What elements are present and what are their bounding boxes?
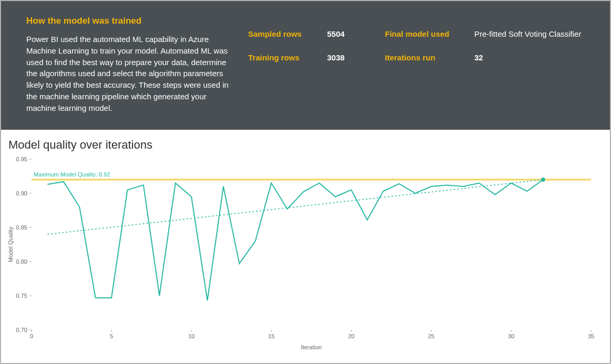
training-rows-value: 3038: [327, 53, 374, 62]
svg-text:0.75: 0.75: [16, 293, 27, 299]
svg-text:10: 10: [188, 333, 195, 339]
training-rows-label: Training rows: [248, 53, 317, 62]
chart-title: Model quality over iterations: [8, 138, 605, 152]
svg-text:Iteration: Iteration: [301, 344, 322, 350]
svg-text:0.90: 0.90: [16, 190, 27, 196]
svg-point-33: [541, 178, 545, 182]
svg-text:15: 15: [268, 333, 274, 339]
svg-text:Model Quality: Model Quality: [7, 226, 14, 262]
section-body: Power BI used the automated ML capabilit…: [26, 34, 232, 113]
svg-text:0: 0: [30, 333, 33, 339]
training-description: How the model was trained Power BI used …: [26, 16, 248, 109]
training-summary-panel: How the model was trained Power BI used …: [1, 1, 610, 130]
svg-text:30: 30: [508, 333, 514, 339]
svg-text:5: 5: [110, 333, 113, 339]
svg-text:0.85: 0.85: [16, 224, 27, 231]
svg-text:Maximum Model Quality: 0.92: Maximum Model Quality: 0.92: [34, 171, 110, 178]
chart-area: 0.700.750.800.850.900.9505101520253035It…: [6, 154, 600, 353]
chart-panel: Model quality over iterations 0.700.750.…: [1, 130, 610, 364]
svg-text:20: 20: [348, 333, 354, 339]
iterations-run-label: Iterations run: [385, 53, 464, 62]
iterations-run-value: 32: [474, 53, 585, 62]
sampled-rows-label: Sampled rows: [248, 29, 317, 38]
svg-text:0.95: 0.95: [16, 156, 27, 162]
svg-text:0.80: 0.80: [16, 258, 27, 265]
section-title: How the model was trained: [26, 16, 232, 26]
training-metrics: Sampled rows 5504 Final model used Pre-f…: [248, 16, 585, 109]
final-model-value: Pre-fitted Soft Voting Classifier: [474, 29, 585, 38]
svg-text:25: 25: [428, 333, 434, 339]
sampled-rows-value: 5504: [327, 29, 374, 38]
svg-text:0.70: 0.70: [16, 327, 27, 333]
final-model-label: Final model used: [385, 29, 464, 38]
svg-text:35: 35: [588, 333, 594, 339]
